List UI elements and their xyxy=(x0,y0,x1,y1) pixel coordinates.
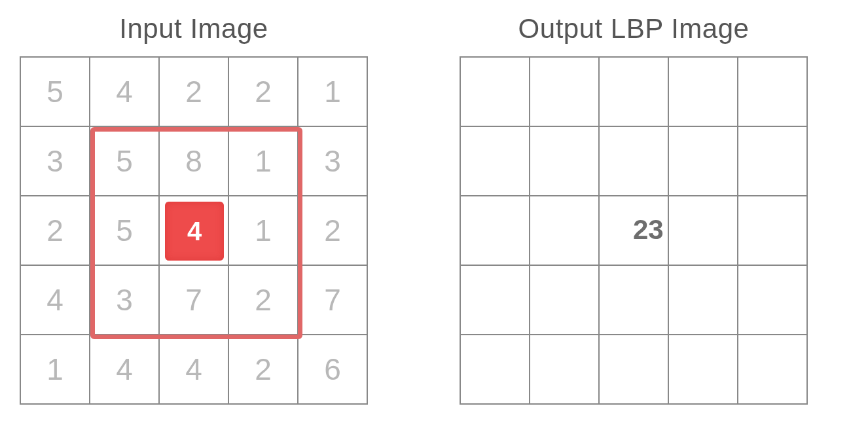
output-cell xyxy=(668,265,738,335)
output-cell xyxy=(460,196,530,265)
input-cell: 2 xyxy=(228,265,298,335)
output-cell xyxy=(738,57,807,126)
output-cell xyxy=(530,335,599,404)
output-cell xyxy=(460,265,530,335)
input-cell: 3 xyxy=(90,265,159,335)
center-pixel-value: 4 xyxy=(187,217,202,246)
output-cell xyxy=(530,196,599,265)
output-cell xyxy=(530,265,599,335)
output-cell xyxy=(460,335,530,404)
output-cell xyxy=(738,265,807,335)
output-value-label: 23 xyxy=(633,214,664,246)
output-cell xyxy=(599,57,668,126)
input-cell: 1 xyxy=(20,335,90,404)
input-cell: 4 xyxy=(159,335,228,404)
input-cell: 1 xyxy=(298,57,367,126)
output-cell xyxy=(738,335,807,404)
input-cell: 2 xyxy=(20,196,90,265)
input-cell: 1 xyxy=(228,196,298,265)
output-cell xyxy=(668,335,738,404)
output-cell xyxy=(460,57,530,126)
input-cell: 4 xyxy=(90,335,159,404)
input-cell: 2 xyxy=(228,57,298,126)
output-panel: Output LBP Image xyxy=(460,13,808,405)
diagram-container: Input Image 5422135813254124372714426 Ou… xyxy=(13,13,855,405)
input-cell: 7 xyxy=(298,265,367,335)
output-cell xyxy=(530,126,599,196)
output-cell xyxy=(668,196,738,265)
input-title: Input Image xyxy=(119,13,268,45)
input-cell: 6 xyxy=(298,335,367,404)
output-cell xyxy=(738,126,807,196)
input-cell: 4 xyxy=(20,265,90,335)
input-cell: 8 xyxy=(159,126,228,196)
input-cell: 3 xyxy=(298,126,367,196)
output-title: Output LBP Image xyxy=(518,13,750,45)
input-cell: 2 xyxy=(228,335,298,404)
input-cell: 7 xyxy=(159,265,228,335)
output-cell xyxy=(460,126,530,196)
input-cell: 1 xyxy=(228,126,298,196)
input-cell: 5 xyxy=(20,57,90,126)
output-cell xyxy=(599,335,668,404)
output-cell xyxy=(599,126,668,196)
input-cell: 5 xyxy=(90,196,159,265)
output-cell xyxy=(599,265,668,335)
input-cell: 5 xyxy=(90,126,159,196)
input-cell: 3 xyxy=(20,126,90,196)
input-cell: 4 xyxy=(90,57,159,126)
center-pixel-marker: 4 xyxy=(165,202,224,261)
output-cell xyxy=(738,196,807,265)
input-cell: 2 xyxy=(159,57,228,126)
output-cell xyxy=(668,57,738,126)
mapping-arrow-icon xyxy=(13,405,868,440)
output-cell xyxy=(530,57,599,126)
input-cell: 2 xyxy=(298,196,367,265)
output-cell xyxy=(668,126,738,196)
